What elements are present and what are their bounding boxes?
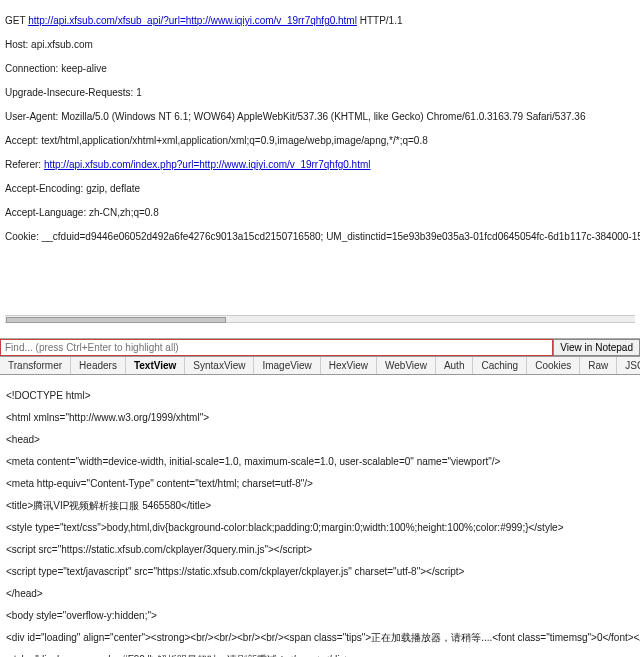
- request-headers: GET http://api.xfsub.com/xfsub_api/?url=…: [0, 0, 640, 339]
- tab-hexview[interactable]: HexView: [321, 357, 377, 374]
- tab-cookies[interactable]: Cookies: [527, 357, 580, 374]
- referer-link[interactable]: http://api.xfsub.com/index.php?url=http:…: [44, 159, 371, 170]
- horizontal-scrollbar[interactable]: [5, 315, 635, 323]
- tab-json[interactable]: JSON: [617, 357, 640, 374]
- tab-syntaxview[interactable]: SyntaxView: [185, 357, 254, 374]
- find-input[interactable]: [0, 339, 553, 356]
- tab-imageview[interactable]: ImageView: [254, 357, 320, 374]
- view-in-notepad-button[interactable]: View in Notepad: [553, 339, 640, 356]
- tab-bar: Transformer Headers TextView SyntaxView …: [0, 357, 640, 375]
- tab-textview[interactable]: TextView: [126, 357, 185, 374]
- response-body: <!DOCTYPE html> <html xmlns="http://www.…: [0, 375, 640, 657]
- tab-auth[interactable]: Auth: [436, 357, 474, 374]
- tab-headers[interactable]: Headers: [71, 357, 126, 374]
- tab-caching[interactable]: Caching: [473, 357, 527, 374]
- url-link[interactable]: http://api.xfsub.com/xfsub_api/?url=http…: [28, 15, 357, 26]
- tab-transformer[interactable]: Transformer: [0, 357, 71, 374]
- tab-webview[interactable]: WebView: [377, 357, 436, 374]
- tab-raw[interactable]: Raw: [580, 357, 617, 374]
